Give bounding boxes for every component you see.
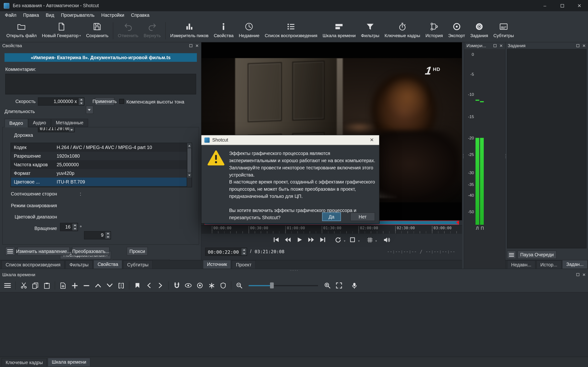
menu-settings[interactable]: Настройки	[98, 12, 128, 19]
filters-button[interactable]: Фильтры	[358, 21, 382, 41]
scrollbar-thumb[interactable]	[188, 148, 191, 172]
chevron-down-icon[interactable]: ▾	[344, 239, 345, 243]
tab-metadata[interactable]: Метаданные	[51, 119, 88, 127]
speed-input[interactable]: 1,000000 x	[38, 98, 84, 106]
subtitles-button[interactable]: Субтитры	[491, 21, 516, 41]
spinner-buttons[interactable]	[72, 224, 77, 230]
next-marker-button[interactable]	[156, 281, 165, 290]
fast-forward-button[interactable]	[306, 235, 317, 245]
dock-tab-properties[interactable]: Свойства	[94, 260, 122, 268]
spinner-buttons[interactable]	[79, 98, 83, 105]
zoom-fit-button[interactable]	[335, 281, 344, 290]
time-ruler[interactable]: 00:00:00 00:30:00 01:00:00 01:30:00 02:0…	[201, 225, 462, 234]
timeline-tracks-area[interactable]	[0, 292, 588, 357]
dialog-close-button[interactable]: ✕	[368, 137, 376, 142]
playhead-marker[interactable]	[456, 221, 459, 225]
menu-help[interactable]: Справка	[128, 12, 153, 19]
spin-up-icon[interactable]	[242, 248, 246, 252]
close-panel-icon[interactable]: ✕	[582, 273, 586, 277]
scrub-while-dragging-button[interactable]	[184, 281, 193, 290]
change-direction-button[interactable]: Изменить направление...	[17, 247, 70, 256]
timeline-menu-button[interactable]	[3, 281, 12, 290]
player-zoom-button[interactable]	[347, 235, 358, 245]
tab-audio[interactable]: Аудио	[28, 119, 51, 127]
slider-handle[interactable]	[270, 283, 274, 288]
table-row[interactable]: Разрешение1920x1080	[11, 152, 187, 160]
tab-source[interactable]: Источник	[203, 260, 231, 268]
spin-down-icon[interactable]	[79, 102, 83, 105]
properties-menu-button[interactable]	[5, 247, 15, 256]
close-panel-icon[interactable]: ✕	[582, 44, 586, 48]
pitch-compensation-checkbox[interactable]	[119, 99, 124, 104]
dock-tab-keyframes[interactable]: Ключевые кадры	[1, 358, 47, 366]
table-row[interactable]: Частота кадров25,000000	[11, 160, 187, 169]
jobs-menu-button[interactable]	[507, 250, 516, 259]
spin-up-icon[interactable]	[72, 224, 77, 227]
properties-button[interactable]: Свойства	[211, 21, 236, 41]
lift-button[interactable]	[82, 281, 91, 290]
copy-button[interactable]	[31, 281, 40, 290]
comments-textarea[interactable]	[5, 74, 196, 94]
dock-tab-subtitles[interactable]: Субтитры	[123, 260, 153, 268]
float-panel-icon[interactable]	[576, 44, 579, 47]
speed-preset-dropdown[interactable]	[86, 106, 93, 114]
table-scrollbar[interactable]	[187, 143, 192, 187]
new-generator-button[interactable]: Новый Генератор▾	[39, 21, 83, 41]
table-row[interactable]: Форматyuv420p	[11, 169, 187, 177]
spinner-buttons[interactable]	[242, 248, 246, 255]
chevron-down-icon[interactable]: ▾	[375, 239, 377, 243]
recent-button[interactable]: Недавние	[236, 21, 262, 41]
chevron-up-button[interactable]	[93, 281, 102, 290]
close-button[interactable]: ✕	[571, 0, 588, 11]
marker-button[interactable]	[133, 281, 142, 290]
undo-button[interactable]: Отменить	[115, 21, 141, 41]
rewind-button[interactable]	[283, 235, 293, 245]
yes-button[interactable]: Да	[322, 212, 341, 221]
jobs-list[interactable]	[507, 49, 587, 248]
zoom-in-button[interactable]	[323, 281, 332, 290]
splitter-handle[interactable]: ⋮	[503, 154, 508, 158]
grid-button[interactable]	[364, 235, 375, 245]
maximize-button[interactable]	[553, 0, 571, 11]
export-button[interactable]: Экспорт	[446, 21, 468, 41]
pause-queue-button[interactable]: Пауза Очереди	[518, 250, 557, 259]
zoom-out-button[interactable]	[235, 281, 244, 290]
split-button[interactable]	[117, 281, 126, 290]
table-row[interactable]: КодекH.264 / AVC / MPEG-4 AVC / MPEG-4 p…	[11, 143, 187, 152]
dock-tab-history[interactable]: Истор...	[536, 260, 561, 268]
minimize-button[interactable]: –	[536, 0, 553, 11]
spin-down-icon[interactable]	[72, 227, 77, 230]
chevron-down-button[interactable]	[105, 281, 114, 290]
save-button[interactable]: Сохранить	[83, 21, 111, 41]
apply-button[interactable]: Применить	[95, 98, 114, 106]
zoom-slider[interactable]	[249, 281, 318, 290]
chevron-down-icon[interactable]: ▾	[358, 239, 359, 243]
splitter-handle[interactable]: ⋮	[461, 154, 466, 158]
skip-to-end-button[interactable]	[318, 235, 328, 245]
dock-tab-timeline[interactable]: Шкала времени	[48, 358, 90, 366]
redo-button[interactable]: Вернуть	[141, 21, 163, 41]
previous-marker-button[interactable]	[144, 281, 154, 290]
spin-up-icon[interactable]	[105, 232, 110, 235]
menu-player[interactable]: Проигрыватель	[58, 12, 98, 19]
dock-tab-recent[interactable]: Недавн...	[507, 260, 536, 268]
no-button[interactable]: Нет	[350, 212, 375, 221]
dock-tab-playlist[interactable]: Список воспроизведения	[1, 260, 64, 268]
loop-button[interactable]	[333, 235, 344, 245]
append-button[interactable]	[59, 281, 68, 290]
proxy-button[interactable]: Прокси	[127, 247, 148, 256]
ripple-button[interactable]	[195, 281, 205, 290]
spin-up-icon[interactable]	[79, 98, 83, 102]
table-row-selected[interactable]: Цветовое ...ITU-R BT.709	[11, 177, 187, 186]
current-time-input[interactable]: 00:00:22:00	[205, 248, 247, 256]
ripple-markers-shield-button[interactable]	[219, 281, 228, 290]
float-panel-icon[interactable]	[576, 273, 579, 276]
float-panel-icon[interactable]	[189, 44, 192, 47]
close-panel-icon[interactable]: ✕	[500, 44, 503, 48]
float-panel-icon[interactable]	[493, 44, 497, 47]
record-audio-mic-button[interactable]	[350, 281, 359, 290]
cut-button[interactable]	[19, 281, 28, 290]
paste-button[interactable]	[43, 281, 52, 290]
play-button[interactable]	[294, 235, 305, 245]
spin-down-icon[interactable]	[105, 235, 110, 239]
